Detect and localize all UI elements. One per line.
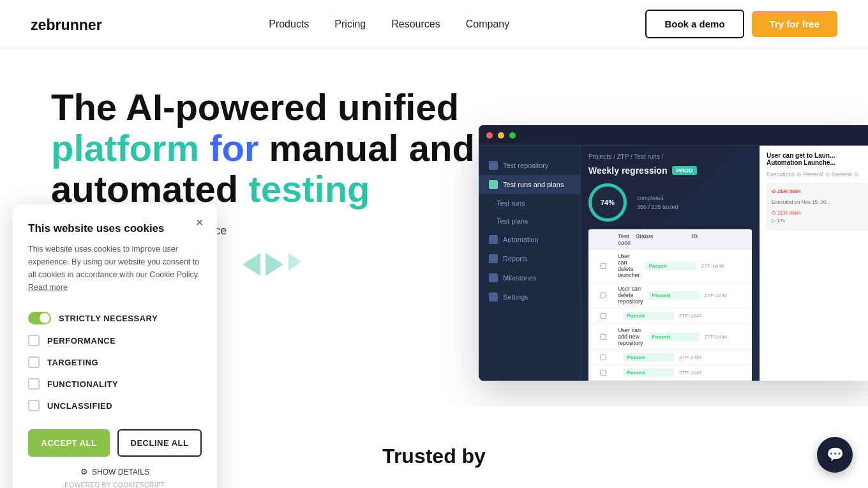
cookie-banner: ✕ This website uses cookies This website… (13, 204, 217, 488)
screenshot-topbar (479, 125, 868, 146)
screenshot-stats: 74% completed 386 / 525 tested (588, 183, 752, 222)
mock-sidebar-test-plans-sub: Test plans (479, 212, 580, 230)
functionality-checkbox[interactable] (28, 378, 40, 390)
chat-bubble-button[interactable]: 💬 (817, 437, 853, 473)
detail-title: User can get to Laun... Automation Launc… (767, 152, 868, 166)
nav-actions: Book a demo Try for free (645, 10, 837, 38)
cookie-option-performance: PERFORMANCE (28, 330, 202, 351)
mock-sidebar-auto-icon (489, 235, 498, 244)
screenshot-title: Weekly regression PROD (588, 165, 752, 176)
detail-row: Executions ⊙ General ⊙ General ⊙ (767, 171, 868, 178)
unclassified-checkbox[interactable] (28, 400, 40, 411)
table-row: User can add new repository Passed ZTP-1… (588, 324, 752, 350)
window-dot-yellow (498, 132, 504, 139)
cookie-option-unclassified: UNCLASSIFIED (28, 395, 202, 416)
cookie-options: STRICTLY NECESSARY PERFORMANCE TARGETING… (28, 307, 202, 416)
unclassified-label: UNCLASSIFIED (47, 401, 112, 411)
table-header: Test case Status ID (588, 229, 752, 250)
arrow-right-sm-icon (288, 253, 301, 271)
table-row: User can delete repository Passed ZTP-16… (588, 282, 752, 309)
cookie-actions: ACCEPT ALL DECLINE ALL (28, 429, 202, 457)
book-demo-button[interactable]: Book a demo (645, 10, 744, 38)
mock-sidebar-reports: Reports (479, 249, 580, 268)
mock-sidebar-active-icon (489, 180, 498, 189)
table-row: User can see private repo creds entered.… (588, 309, 752, 324)
performance-checkbox[interactable] (28, 335, 40, 346)
accept-all-button[interactable]: ACCEPT ALL (28, 429, 110, 457)
table-row: Entered token is not saved in 'Token fie… (588, 350, 752, 365)
completion-circle: 74% (588, 183, 627, 222)
mock-sidebar-automation: Automation (479, 230, 580, 249)
mock-sidebar-test-repo: Test repository (479, 156, 580, 175)
app-screenshot: Test repository Test runs and plans Test… (479, 125, 868, 381)
strictly-necessary-toggle[interactable] (28, 312, 51, 324)
mock-sidebar-rep-icon (489, 254, 498, 263)
gear-icon: ⚙ (80, 467, 88, 477)
logo[interactable]: zebrunner (31, 14, 133, 34)
nav-resources[interactable]: Resources (391, 19, 440, 30)
screenshot-breadcrumb: Projects / ZTP / Test runs / (588, 153, 752, 160)
nav-company[interactable]: Company (466, 19, 509, 30)
table-row: User can save new username for priv... P… (588, 365, 752, 381)
chat-icon: 💬 (827, 446, 844, 463)
detail-log: ⊙ ZER-5684 Executed on Nov 15, 20... ⊙ Z… (767, 183, 868, 231)
screenshot-main: Projects / ZTP / Test runs / Weekly regr… (581, 146, 760, 381)
screenshot-detail-panel: User can get to Laun... Automation Launc… (760, 146, 868, 381)
decorative-arrows (243, 253, 301, 276)
targeting-label: TARGETING (47, 358, 98, 367)
targeting-checkbox[interactable] (28, 356, 40, 368)
mock-sidebar-set-icon (489, 293, 498, 301)
hero-title: The AI-powered unified platform for manu… (51, 87, 475, 209)
show-details-button[interactable]: ⚙ SHOW DETAILS (28, 467, 202, 477)
strictly-necessary-label: STRICTLY NECESSARY (59, 314, 158, 323)
cookie-option-strictly: STRICTLY NECESSARY (28, 307, 202, 330)
show-details-label: SHOW DETAILS (92, 468, 149, 477)
nav-products[interactable]: Products (269, 19, 309, 30)
cookie-description: This website uses cookies to improve use… (28, 243, 202, 294)
navbar: zebrunner Products Pricing Resources Com… (0, 0, 868, 49)
mock-sidebar-milestones: Milestones (479, 268, 580, 287)
try-free-button[interactable]: Try for free (752, 11, 837, 37)
mock-sidebar-test-runs: Test runs and plans (479, 175, 580, 194)
stat-details: completed 386 / 525 tested (637, 195, 678, 210)
cookie-option-targeting: TARGETING (28, 351, 202, 373)
cookie-title: This website uses cookies (28, 222, 202, 235)
table-row: User can delete launcher Passed ZTP-1645 (588, 250, 752, 282)
cookie-option-functionality: FUNCTIONALITY (28, 373, 202, 395)
mock-sidebar-test-runs-sub: Test runs (479, 194, 580, 212)
decline-all-button[interactable]: DECLINE ALL (117, 429, 202, 457)
performance-label: PERFORMANCE (47, 336, 116, 346)
cookie-close-button[interactable]: ✕ (191, 215, 207, 230)
cookie-read-more-link[interactable]: Read more (28, 283, 68, 292)
arrow-right-icon (266, 253, 283, 276)
screenshot-table: Test case Status ID User can delete laun… (588, 229, 752, 381)
screenshot-inner: Test repository Test runs and plans Test… (479, 125, 868, 381)
mock-sidebar-settings: Settings (479, 287, 580, 307)
svg-text:zebrunner: zebrunner (31, 16, 102, 33)
screenshot-sidebar: Test repository Test runs and plans Test… (479, 146, 581, 381)
screenshot-badge: PROD (672, 166, 696, 175)
mock-sidebar-icon (489, 161, 498, 170)
window-dot-green (509, 132, 516, 139)
mock-sidebar-mile-icon (489, 273, 498, 282)
nav-pricing[interactable]: Pricing (334, 19, 366, 30)
nav-links: Products Pricing Resources Company (269, 19, 509, 30)
arrow-left-icon (243, 253, 260, 276)
window-dot-red (486, 132, 493, 139)
screenshot-content: Test repository Test runs and plans Test… (479, 146, 868, 381)
powered-by-label: POWERED BY COOKIESCRIPT (28, 482, 202, 488)
functionality-label: FUNCTIONALITY (47, 379, 118, 389)
